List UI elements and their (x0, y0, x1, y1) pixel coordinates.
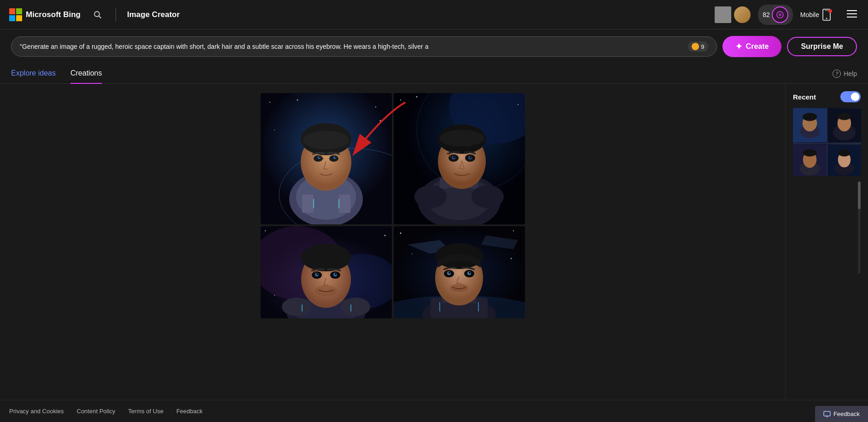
content-policy-link[interactable]: Content Policy (77, 408, 116, 415)
space-captain-image-1 (261, 93, 392, 224)
thumb-image-3 (793, 144, 827, 176)
svg-point-81 (513, 230, 514, 231)
svg-point-80 (400, 233, 401, 234)
svg-point-7 (779, 13, 781, 16)
header: Microsoft Bing Image Creator 82 (0, 0, 868, 29)
search-input[interactable] (20, 43, 683, 50)
space-captain-image-2 (394, 93, 525, 224)
windows-icon (9, 8, 22, 21)
mobile-label[interactable]: Mobile (800, 9, 838, 21)
svg-point-76 (335, 273, 337, 275)
svg-point-95 (469, 272, 471, 274)
svg-point-66 (282, 298, 311, 316)
svg-rect-0 (9, 8, 15, 14)
surprise-button[interactable]: Surprise Me (787, 37, 857, 56)
thumb-image-2 (827, 108, 861, 143)
reward-button[interactable] (772, 6, 788, 23)
image-cell-top-left[interactable] (261, 93, 392, 224)
thumb-cell-1 (793, 108, 827, 143)
bing-logo[interactable]: Microsoft Bing (9, 8, 81, 21)
image-grid (261, 93, 525, 393)
sidebar: Recent (785, 84, 868, 403)
coins-in-search-count: 9 (701, 43, 704, 50)
search-icon (93, 11, 102, 19)
tabs-container: Explore ideas Creations ? Help (0, 64, 868, 84)
reward-icon (776, 11, 784, 19)
hamburger-icon (847, 10, 857, 18)
help-link[interactable]: ? Help (833, 70, 857, 78)
search-input-wrapper: 9 (11, 36, 717, 57)
svg-point-110 (803, 149, 817, 157)
svg-point-15 (269, 102, 270, 103)
svg-point-40 (416, 96, 417, 98)
tabs-left: Explore ideas Creations (11, 64, 102, 83)
svg-point-19 (379, 120, 381, 122)
svg-rect-33 (302, 194, 314, 213)
thumb-cell-2 (827, 108, 861, 143)
recent-label: Recent (793, 93, 816, 101)
svg-point-57 (472, 185, 504, 208)
svg-point-96 (450, 284, 468, 292)
create-icon: ✦ (735, 41, 742, 52)
tab-explore[interactable]: Explore ideas (11, 64, 56, 84)
svg-point-56 (414, 185, 447, 208)
recent-header: Recent (793, 91, 861, 102)
footer: Privacy and Cookies Content Policy Terms… (0, 400, 868, 422)
tab-creations[interactable]: Creations (70, 64, 102, 84)
image-cell-bottom-left[interactable] (261, 226, 392, 318)
page-title: Image Creator (127, 10, 180, 19)
thumb-cell-4 (827, 144, 861, 176)
svg-point-77 (315, 285, 337, 296)
svg-point-83 (510, 258, 512, 259)
svg-point-53 (470, 156, 472, 158)
svg-point-52 (453, 156, 455, 158)
svg-rect-10 (825, 10, 828, 11)
svg-point-47 (440, 130, 484, 147)
svg-rect-2 (9, 15, 15, 21)
scrollbar-thumb[interactable] (858, 182, 861, 209)
scrollbar-track[interactable] (858, 182, 861, 274)
avatar[interactable] (734, 6, 751, 23)
hamburger-button[interactable] (845, 8, 859, 21)
recent-toggle[interactable] (840, 91, 861, 102)
image-grid-area (0, 84, 785, 403)
space-captain-image-3 (261, 226, 392, 318)
terms-link[interactable]: Terms of Use (128, 408, 163, 415)
recent-thumbnail[interactable] (793, 108, 861, 176)
coins-badge: 82 (758, 5, 793, 25)
feedback-link[interactable]: Feedback (176, 408, 203, 415)
scrollbar-area (793, 182, 861, 274)
mobile-dot (828, 9, 832, 13)
bing-logo-text: Microsoft Bing (26, 10, 81, 19)
create-button[interactable]: ✦ Create (722, 36, 782, 57)
svg-point-106 (838, 113, 851, 120)
svg-point-16 (297, 100, 298, 101)
svg-point-82 (412, 253, 413, 254)
feedback-button-label: Feedback (833, 410, 860, 417)
svg-point-9 (826, 18, 827, 19)
svg-point-67 (341, 298, 370, 316)
mobile-text: Mobile (800, 11, 819, 18)
svg-point-114 (838, 149, 851, 157)
profile-gray-box (715, 6, 731, 23)
svg-point-70 (301, 244, 351, 271)
svg-line-5 (99, 16, 101, 18)
coins-in-search: 9 (688, 41, 708, 52)
help-icon: ? (833, 70, 841, 78)
main-content: Recent (0, 84, 868, 403)
profile-area (715, 6, 751, 23)
svg-point-41 (518, 104, 518, 105)
svg-rect-34 (339, 194, 350, 213)
svg-point-94 (449, 272, 450, 274)
feedback-button-bottom-right[interactable]: Feedback (815, 406, 868, 422)
svg-point-32 (334, 157, 336, 158)
help-label: Help (844, 70, 857, 77)
image-cell-top-right[interactable] (394, 93, 525, 224)
privacy-link[interactable]: Privacy and Cookies (9, 408, 64, 415)
svg-point-102 (803, 113, 817, 121)
header-left: Microsoft Bing Image Creator (9, 8, 180, 22)
image-cell-bottom-right[interactable] (394, 226, 525, 318)
header-right: 82 Mobile (715, 5, 859, 25)
search-icon-button[interactable] (91, 8, 105, 22)
svg-rect-1 (16, 8, 22, 14)
